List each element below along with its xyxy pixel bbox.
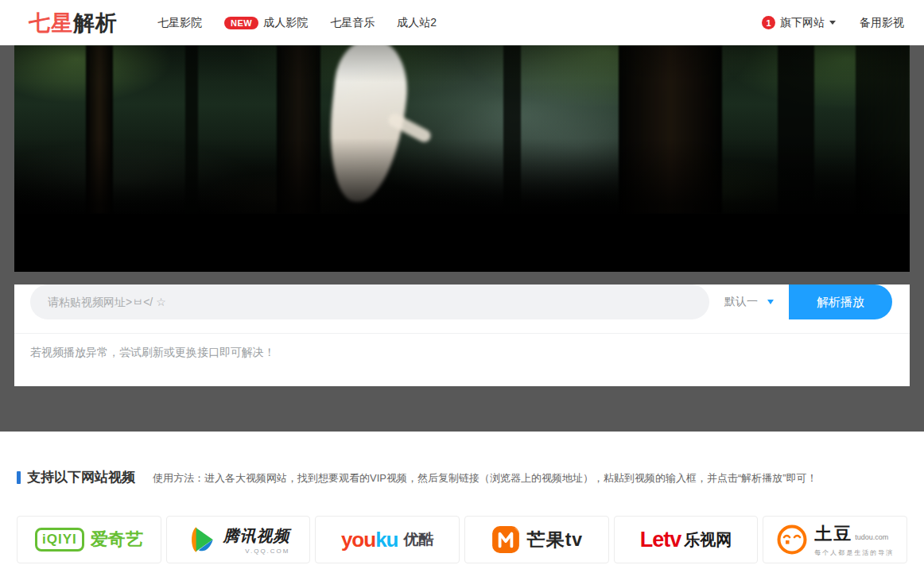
tencent-video-wordmark: 腾讯视频 V.QQ.COM — [223, 525, 290, 555]
youku-logo-text: 优酷 — [403, 529, 433, 550]
site-card-tudou[interactable]: 土豆 tudou.com 每个人都是生活的导演 — [763, 516, 907, 563]
chevron-down-icon — [829, 21, 836, 25]
nav-item-qixing-cinema[interactable]: 七星影院 — [157, 16, 202, 30]
tudou-wordmark: 土豆 tudou.com 每个人都是生活的导演 — [814, 522, 894, 557]
site-card-tencent-video[interactable]: 腾讯视频 V.QQ.COM — [166, 516, 311, 563]
site-card-youku[interactable]: youku 优酷 — [315, 516, 460, 563]
tree-trunk — [185, 45, 198, 214]
supported-sites-section: 支持以下网站视频 使用方法：进入各大视频网站，找到想要观看的VIP视频，然后复制… — [0, 432, 924, 563]
video-letterbox-bar — [14, 214, 910, 272]
youku-wordmark-red: you — [341, 528, 375, 552]
header: 七星解析 七星影院 NEW 成人影院 七星音乐 成人站2 1 旗下网站 备用影视 — [0, 0, 924, 45]
header-right: 1 旗下网站 备用影视 — [738, 16, 904, 30]
tree-trunk — [277, 45, 320, 214]
notification-count-badge: 1 — [762, 16, 775, 29]
tencent-video-play-icon — [187, 524, 217, 555]
nav-item-qixing-music[interactable]: 七星音乐 — [330, 16, 375, 30]
iqiyi-logo-text: 爱奇艺 — [91, 528, 143, 552]
video-frame-forest-scene — [14, 45, 910, 214]
video-player[interactable] — [14, 45, 910, 272]
tudou-domain-text: tudou.com — [855, 533, 888, 541]
site-card-mgtv[interactable]: 芒果tv — [464, 516, 609, 563]
main-nav: 七星影院 NEW 成人影院 七星音乐 成人站2 — [135, 16, 437, 30]
letv-wordmark: Letv — [640, 528, 681, 552]
tudou-face-icon — [776, 524, 808, 555]
tree-trunk — [778, 45, 814, 214]
nav-label: 七星影院 — [157, 16, 202, 30]
usage-instructions: 使用方法：进入各大视频网站，找到想要观看的VIP视频，然后复制链接（浏览器上的视… — [153, 471, 817, 486]
section-title: 支持以下网站视频 — [27, 468, 135, 486]
tree-trunk — [503, 45, 521, 214]
backup-site-link[interactable]: 备用影视 — [860, 16, 904, 30]
backup-label: 备用影视 — [860, 16, 904, 30]
video-url-input[interactable] — [30, 284, 709, 319]
tencent-video-logo-text: 腾讯视频 — [223, 525, 290, 547]
dropdown-label: 旗下网站 — [780, 16, 825, 30]
affiliated-sites-dropdown[interactable]: 1 旗下网站 — [762, 16, 836, 30]
letv-logo-text: 乐视网 — [684, 529, 732, 551]
site-card-iqiyi[interactable]: iQIYI 爱奇艺 — [17, 516, 161, 563]
nav-label: 成人影院 — [263, 16, 308, 30]
nav-item-adult-site2[interactable]: 成人站2 — [397, 16, 437, 30]
api-select[interactable]: 默认一 — [709, 284, 789, 319]
white-robed-figure — [322, 45, 412, 206]
nav-label: 七星音乐 — [330, 16, 375, 30]
chevron-down-icon — [767, 300, 774, 304]
parse-play-button[interactable]: 解析播放 — [789, 284, 892, 319]
tree-trunk — [856, 45, 910, 214]
section-accent-bar — [17, 471, 21, 484]
site-logo[interactable]: 七星解析 — [29, 9, 118, 37]
site-card-letv[interactable]: Letv 乐视网 — [614, 516, 759, 563]
nav-label: 成人站2 — [397, 16, 437, 30]
section-header: 支持以下网站视频 使用方法：进入各大视频网站，找到想要观看的VIP视频，然后复制… — [17, 468, 907, 486]
api-select-value: 默认一 — [724, 295, 758, 309]
tudou-tagline: 每个人都是生活的导演 — [814, 548, 894, 557]
hero-section: 默认一 解析播放 若视频播放异常，尝试刷新或更换接口即可解决！ — [0, 45, 924, 432]
new-badge: NEW — [224, 17, 258, 29]
youku-wordmark: youku — [341, 528, 398, 552]
youku-wordmark-blue: ku — [375, 528, 398, 552]
tudou-logo-text: 土豆 — [814, 522, 852, 546]
parse-input-row: 默认一 解析播放 — [30, 284, 892, 319]
mgtv-logo-text: 芒果tv — [527, 528, 583, 552]
playback-tip-text: 若视频播放异常，尝试刷新或更换接口即可解决！ — [14, 334, 910, 360]
white-robed-figure-arm — [386, 111, 433, 144]
site-logo-row: iQIYI 爱奇艺 腾讯视频 V.QQ.COM youku 优酷 — [17, 516, 907, 563]
tree-trunk — [619, 45, 722, 214]
tree-trunk — [86, 45, 113, 214]
logo-part-dark: 解析 — [73, 11, 118, 35]
logo-part-red: 七星 — [29, 11, 73, 35]
tencent-video-domain-text: V.QQ.COM — [245, 548, 289, 555]
nav-item-adult-cinema[interactable]: NEW 成人影院 — [224, 16, 308, 30]
mgtv-logo-icon — [491, 524, 521, 555]
parse-card: 默认一 解析播放 若视频播放异常，尝试刷新或更换接口即可解决！ — [14, 284, 910, 386]
iqiyi-logo-icon: iQIYI — [35, 528, 84, 552]
